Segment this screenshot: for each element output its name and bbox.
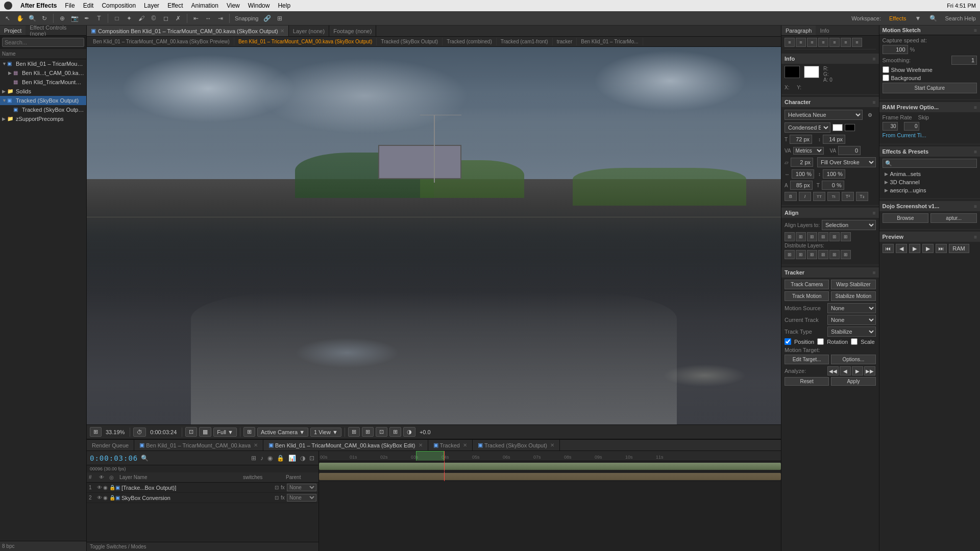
project-item-bent[interactable]: ▶ ▦ Ben Kli...t_CAM_00.kava (SkyBo... [0,68,86,78]
shape-tool[interactable]: □ [111,13,122,24]
grid-toggle[interactable]: ⊞ [274,13,285,24]
menu-file[interactable]: File [65,2,75,9]
tl-switches-modes[interactable]: Toggle Switches / Modes [90,544,146,549]
menu-window[interactable]: Window [248,2,270,9]
project-item-tracked2[interactable]: ▣ Tracked (SkyBox Output) [0,105,86,114]
viewer-tab-5[interactable]: tracker [553,38,577,45]
dojo-menu[interactable]: ≡ [974,204,977,209]
zoom-tool[interactable]: 🔍 [27,13,38,24]
project-item-tracked[interactable]: ▼ ▣ Tracked (SkyBox Output) [0,96,86,105]
eraser-tool[interactable]: ◻ [160,13,172,24]
comp-viewer[interactable] [87,47,781,424]
menu-after-effects[interactable]: After Effects [20,2,57,9]
align-bottom[interactable]: ⊞ [841,232,851,241]
view-dropdown[interactable]: 1 View ▼ [310,428,341,437]
track-bar-2[interactable] [319,473,781,480]
align-to-select[interactable]: Selection [822,220,876,230]
layer-solo-2[interactable]: ◉ [103,495,109,500]
tl-motion-blur[interactable]: ◑ [299,455,306,462]
track-type-select[interactable]: Stabilize [827,327,876,337]
ms-wireframe-check[interactable] [883,66,889,73]
layer-parent-select-1[interactable]: None [287,484,316,491]
vert-scale-input[interactable] [823,169,845,179]
exposure-btn[interactable]: ◑ [403,427,415,437]
layer-solo-1[interactable]: ◉ [103,485,109,490]
analyze-backward-full[interactable]: ◀◀ [827,366,839,375]
tab-composition[interactable]: ▣ Composition Ben Klid_01 – TricarMount_… [87,26,289,36]
rotate-tool[interactable]: ↻ [39,13,50,24]
tl-search-btn[interactable]: 🔍 [140,455,150,462]
pen-tool[interactable]: ✒ [81,13,92,24]
layer-switch-1[interactable]: ⊡ [275,485,281,490]
justify-full-btn[interactable]: ≡ [818,38,828,47]
align-top[interactable]: ⊞ [818,232,828,241]
tl-timecode[interactable]: 0:00:03:06 [90,454,138,462]
tl-tab-tracked-skybox[interactable]: ▣ Tracked (SkyBox Output) ✕ [473,440,560,450]
analyze-forward-full[interactable]: ▶▶ [864,366,875,375]
dist-bottom[interactable]: ⊞ [841,250,851,259]
viewer-tab-0[interactable]: Ben Klid_01 – TricarMount_CAM_00.kava (S… [89,38,234,45]
pixel-aspect-btn[interactable]: ⊡ [376,427,387,437]
preview-ram-btn[interactable]: RAM [949,244,969,253]
motion-sketch-header[interactable]: Motion Sketch ≡ [879,26,980,35]
baseline-input[interactable] [790,181,813,190]
options-btn[interactable]: Options... [831,355,875,364]
tl-lock[interactable]: 🔒 [276,455,285,462]
preview-menu[interactable]: ≡ [974,234,977,240]
layer-lock-1[interactable]: 🔒 [109,485,115,490]
tl-layer-2[interactable]: 2 👁 ◉ 🔒 ▣ SkyBox Conversion ⊡ fx None [87,493,318,503]
track-camera-btn[interactable]: Track Camera [785,280,829,289]
layer-fx-2[interactable]: fx [281,495,287,500]
align-right-btn[interactable]: ≡ [807,38,817,47]
preview-play-btn[interactable]: ▶ [909,244,920,253]
viewer-tab-6[interactable]: Ben Klid_01 – TricarMo... [577,38,643,45]
layer-eye-1[interactable]: 👁 [97,485,103,490]
transparency-btn[interactable]: ▦ [199,427,211,437]
puppet-tool[interactable]: ✗ [173,13,184,24]
menu-effect[interactable]: Effect [167,2,183,9]
brush-tool[interactable]: 🖌 [136,13,147,24]
tracked-skybox-close[interactable]: ✕ [550,442,554,448]
character-header[interactable]: Character ≡ [781,97,879,107]
dist-center-v[interactable]: ⊞ [829,250,840,259]
motion-sketch-menu[interactable]: ≡ [974,28,977,33]
ram-preview-header[interactable]: RAM Preview Optio... ≡ [879,102,980,112]
tracked-tab-close[interactable]: ✕ [463,442,467,448]
layer-switch-2[interactable]: ⊡ [275,495,281,500]
justify-left-btn[interactable]: ≡ [852,38,862,47]
timecode-btn[interactable]: ⏱ [133,428,146,437]
viewer-tab-4[interactable]: Tracked (cam1-front) [497,38,553,45]
info-menu[interactable]: ≡ [873,56,876,62]
layer-lock-2[interactable]: 🔒 [109,495,115,500]
skybox-tab-close[interactable]: ✕ [419,442,423,448]
rotation-checkbox[interactable] [817,338,824,345]
preview-prev-btn[interactable]: ◀ [896,244,907,253]
tracker-menu[interactable]: ≡ [873,270,876,276]
tl-layer-1[interactable]: 1 👁 ◉ 🔒 ▣ [Tracke...Box Output)] ⊡ fx No… [87,483,318,493]
preview-first-btn[interactable]: ⏮ [883,244,894,253]
justify-right-btn[interactable]: ≡ [841,38,851,47]
dojo-header[interactable]: Dojo Screenshot v1... ≡ [879,201,980,211]
magnify-btn[interactable]: ⊞ [90,427,102,437]
analyze-forward[interactable]: ▶ [852,366,863,375]
ram-frame-rate-input[interactable] [883,122,898,131]
tab-layer[interactable]: Layer (none) [289,26,329,36]
font-style-select[interactable]: Condensed Black [785,122,830,133]
font-settings-btn[interactable]: ⚙ [865,109,876,120]
align-right[interactable]: ⊞ [807,232,817,241]
layer-fx-1[interactable]: fx [281,485,287,490]
grid-btn[interactable]: ⊞ [362,427,374,437]
ram-menu[interactable]: ≡ [974,105,977,110]
motion-source-select[interactable]: None [827,303,876,313]
quality-dropdown[interactable]: Full ▼ [213,428,237,437]
tab-project[interactable]: Project [0,26,26,35]
char-menu[interactable]: ≡ [873,99,876,105]
track-bar-1[interactable] [319,463,781,470]
tab-footage[interactable]: Footage (none) [329,26,376,36]
effects-search-input[interactable] [883,159,977,168]
pan-tool[interactable]: ⊕ [57,13,68,24]
dist-right[interactable]: ⊞ [807,250,817,259]
effect-item-anima[interactable]: ▶ Anima...sets [883,170,977,178]
hand-tool[interactable]: ✋ [14,13,26,24]
viewer-tab-1[interactable]: Ben Klid_01 – TricarMount_CAM_00.kava (S… [234,38,377,45]
